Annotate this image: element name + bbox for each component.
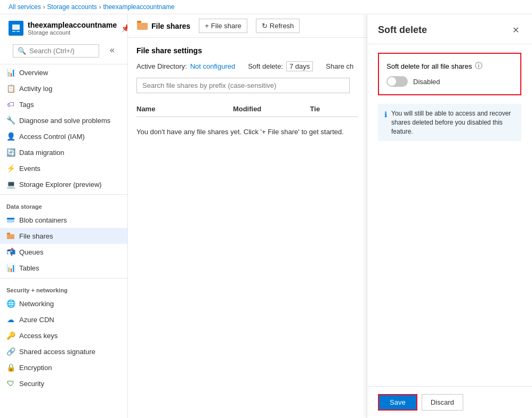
account-title: theexampleaccountname: [28, 21, 117, 29]
section-data-storage: Data storage: [0, 197, 127, 212]
collapse-sidebar-button[interactable]: «: [106, 43, 119, 57]
access-control-icon: 👤: [6, 132, 15, 141]
sidebar-item-label: Tables: [19, 264, 39, 272]
sidebar-item-label: Tags: [19, 101, 34, 109]
sidebar: theexampleaccountname Storage account 📌 …: [0, 14, 128, 418]
search-icon: 🔍: [18, 47, 26, 55]
toggle-state-label: Disabled: [413, 78, 440, 86]
sidebar-item-shared-access[interactable]: 🔗 Shared access signature: [0, 343, 127, 359]
empty-table-message: You don't have any file shares yet. Clic…: [136, 117, 358, 146]
search-file-shares-input[interactable]: [136, 78, 350, 93]
access-keys-icon: 🔑: [6, 331, 15, 340]
panel-title: Soft delete: [378, 24, 427, 36]
active-directory-value[interactable]: Not configured: [190, 62, 236, 70]
soft-delete-feature-label-row: Soft delete for all file shares ⓘ: [386, 61, 513, 71]
content-header: File shares + File share ↻ Refresh: [128, 14, 367, 38]
svg-rect-7: [137, 21, 141, 23]
close-panel-button[interactable]: ✕: [510, 23, 521, 37]
sidebar-item-events[interactable]: ⚡ Events: [0, 160, 127, 176]
sidebar-item-diagnose[interactable]: 🔧 Diagnose and solve problems: [0, 112, 127, 128]
soft-delete-value[interactable]: 7 days: [286, 61, 313, 71]
settings-row: Active Directory: Not configured Soft de…: [136, 61, 358, 71]
sidebar-item-file-shares[interactable]: File shares: [0, 228, 127, 244]
panel-footer: Save Discard: [367, 386, 532, 418]
svg-rect-0: [12, 24, 20, 30]
breadcrumb-all-services[interactable]: All services: [9, 3, 41, 11]
column-name: Name: [136, 105, 233, 113]
sidebar-item-access-control[interactable]: 👤 Access Control (IAM): [0, 128, 127, 144]
sidebar-item-overview[interactable]: 📊 Overview: [0, 64, 127, 80]
sidebar-item-storage-explorer[interactable]: 💻 Storage Explorer (preview): [0, 176, 127, 192]
sidebar-item-networking[interactable]: 🌐 Networking: [0, 296, 127, 312]
sidebar-item-label: Networking: [19, 300, 54, 308]
sidebar-item-label: Events: [19, 165, 41, 173]
active-directory-setting: Active Directory: Not configured: [136, 62, 235, 70]
account-subtitle: Storage account: [28, 29, 117, 36]
file-share-settings-title: File share settings: [136, 46, 358, 55]
tables-icon: 📊: [6, 264, 15, 272]
discard-button[interactable]: Discard: [422, 394, 463, 411]
sidebar-item-label: File shares: [19, 232, 53, 240]
sidebar-item-data-migration[interactable]: 🔄 Data migration: [0, 144, 127, 160]
tags-icon: 🏷: [6, 100, 15, 109]
content-body: File share settings Active Directory: No…: [128, 38, 367, 418]
breadcrumb-storage-accounts[interactable]: Storage accounts: [47, 3, 96, 11]
panel-header: Soft delete ✕: [367, 14, 532, 44]
sidebar-nav: 📊 Overview 📋 Activity log 🏷 Tags 🔧 Diagn…: [0, 64, 127, 418]
pin-icon[interactable]: 📌: [121, 24, 128, 32]
sidebar-item-label: Overview: [19, 69, 48, 77]
sidebar-item-access-keys[interactable]: 🔑 Access keys: [0, 327, 127, 343]
divider-2: [0, 278, 127, 278]
add-file-share-icon: +: [205, 22, 209, 30]
info-text: You will still be able to access and rec…: [391, 109, 515, 136]
breadcrumb-account-name[interactable]: theexampleaccountname: [103, 3, 174, 11]
soft-delete-feature-label: Soft delete for all file shares: [386, 62, 472, 70]
sidebar-item-label: Azure CDN: [19, 316, 54, 324]
svg-rect-4: [7, 218, 14, 219]
breadcrumb-sep-1: ›: [43, 4, 45, 10]
sidebar-item-blob-containers[interactable]: Blob containers: [0, 212, 127, 228]
activity-log-icon: 📋: [6, 84, 15, 93]
info-circle-icon: ⓘ: [475, 61, 482, 71]
sidebar-item-activity-log[interactable]: 📋 Activity log: [0, 80, 127, 96]
soft-delete-label: Soft delete:: [248, 62, 283, 70]
account-text: theexampleaccountname Storage account: [28, 21, 117, 36]
sidebar-item-tags[interactable]: 🏷 Tags: [0, 96, 127, 112]
info-icon: ℹ: [384, 110, 387, 136]
svg-rect-6: [7, 234, 14, 239]
search-input[interactable]: [29, 47, 94, 55]
share-change-setting: Share ch: [326, 62, 353, 70]
info-box: ℹ You will still be able to access and r…: [378, 104, 521, 141]
add-file-share-button[interactable]: + File share: [199, 19, 247, 33]
toggle-knob: [388, 77, 396, 86]
shared-access-icon: 🔗: [6, 347, 15, 356]
sidebar-item-label: Access Control (IAM): [19, 133, 85, 141]
page-title-text: File shares: [151, 22, 190, 30]
sidebar-item-encryption[interactable]: 🔒 Encryption: [0, 359, 127, 375]
refresh-label: Refresh: [270, 22, 294, 30]
sidebar-item-tables[interactable]: 📊 Tables: [0, 260, 127, 276]
divider-1: [0, 194, 127, 195]
account-info: theexampleaccountname Storage account 📌 …: [9, 21, 119, 36]
refresh-button[interactable]: ↻ Refresh: [256, 19, 300, 33]
sidebar-item-security[interactable]: 🛡 Security: [0, 375, 127, 391]
queues-icon: 📬: [6, 248, 15, 256]
sidebar-item-label: Storage Explorer (preview): [19, 181, 102, 188]
sidebar-item-azure-cdn[interactable]: ☁ Azure CDN: [0, 312, 127, 327]
svg-rect-2: [17, 31, 20, 32]
events-icon: ⚡: [6, 164, 15, 173]
overview-icon: 📊: [6, 68, 15, 77]
file-shares-header-icon: [136, 19, 148, 32]
add-file-share-label: File share: [211, 22, 241, 30]
data-migration-icon: 🔄: [6, 148, 15, 157]
soft-delete-feature-box: Soft delete for all file shares ⓘ Disabl…: [378, 53, 521, 95]
sidebar-item-queues[interactable]: 📬 Queues: [0, 244, 127, 260]
breadcrumb: All services › Storage accounts › theexa…: [0, 0, 532, 14]
sidebar-item-label: Data migration: [19, 149, 65, 157]
refresh-icon: ↻: [262, 22, 268, 30]
save-button[interactable]: Save: [378, 394, 417, 411]
sidebar-item-label: Queues: [19, 248, 44, 256]
active-directory-label: Active Directory:: [136, 62, 187, 70]
panel-body: Soft delete for all file shares ⓘ Disabl…: [367, 44, 532, 386]
soft-delete-toggle[interactable]: [386, 76, 408, 87]
